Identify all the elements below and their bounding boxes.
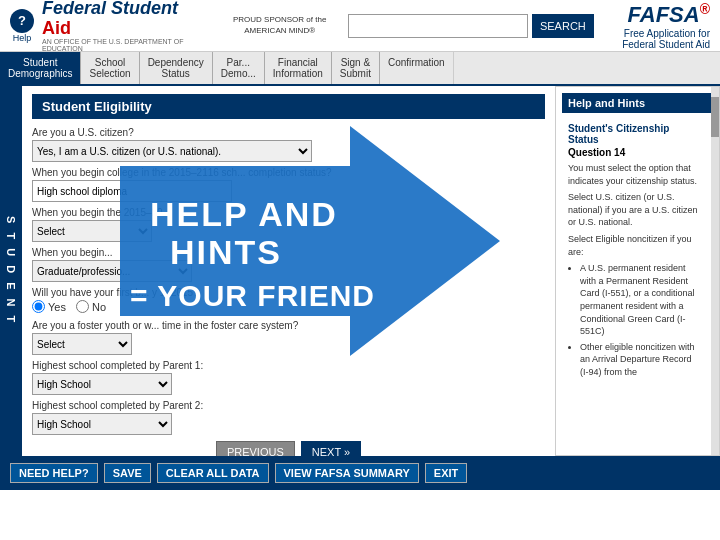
fafsa-subtitle: Free Application for Federal Student Aid xyxy=(600,28,710,50)
q7-label: Highest school completed by Parent 1: xyxy=(32,360,545,371)
q5-no-radio[interactable] xyxy=(76,300,89,313)
clear-all-data-button[interactable]: CLEAR ALL DATA xyxy=(157,463,269,483)
q4-label: When you begin... xyxy=(32,247,545,258)
q6-select[interactable]: Select xyxy=(32,333,132,355)
tab-confirmation[interactable]: Confirmation xyxy=(380,52,454,84)
q8-label: Highest school completed by Parent 2: xyxy=(32,400,545,411)
q5-label: Will you have your first b... y 1, 2015? xyxy=(32,287,545,298)
fafsa-logo: FAFSA® Free Application for Federal Stud… xyxy=(600,1,710,50)
q3-select[interactable]: Select xyxy=(32,220,152,242)
fsa-logo: Federal Student Aid An Office of the U.S… xyxy=(42,0,193,52)
help-question-label: Question 14 xyxy=(568,147,699,158)
tab-parent-demo[interactable]: Par...Demo... xyxy=(213,52,265,84)
nav-tabs: StudentDemographics SchoolSelection Depe… xyxy=(0,52,720,86)
q5-radio-group: Yes No xyxy=(32,300,545,315)
question-3: When you begin the 2015–20... Select xyxy=(32,207,545,242)
need-help-button[interactable]: NEED HELP? xyxy=(10,463,98,483)
save-button[interactable]: SAVE xyxy=(104,463,151,483)
help-instruction1: Select U.S. citizen (or U.S. national) i… xyxy=(568,191,699,229)
search-button[interactable]: SEARCH xyxy=(532,14,594,38)
q1-label: Are you a U.S. citizen? xyxy=(32,127,545,138)
tab-dependency-status[interactable]: DependencyStatus xyxy=(140,52,213,84)
help-label: Help xyxy=(13,33,32,43)
sponsor-text: PROUD SPONSOR of the AMERICAN MIND® xyxy=(211,15,348,36)
form-area: Student Eligibility Are you a U.S. citiz… xyxy=(22,86,555,456)
help-scrollbar-thumb[interactable] xyxy=(711,97,719,137)
q8-select[interactable]: High School xyxy=(32,413,172,435)
prev-button[interactable]: PREVIOUS xyxy=(216,441,295,456)
help-scrollbar[interactable] xyxy=(711,87,719,455)
help-icon-area[interactable]: ? Help xyxy=(10,9,34,43)
question-1: Are you a U.S. citizen? Yes, I am a U.S.… xyxy=(32,127,545,162)
q5-yes-label[interactable]: Yes xyxy=(32,300,66,313)
help-body: You must select the option that indicate… xyxy=(568,162,699,187)
q1-select[interactable]: Yes, I am a U.S. citizen (or U.S. nation… xyxy=(32,140,312,162)
tab-school-selection[interactable]: SchoolSelection xyxy=(81,52,139,84)
form-title: Student Eligibility xyxy=(32,94,545,119)
logo-subtitle: An Office of the U.S. Department of Educ… xyxy=(42,38,193,52)
search-input[interactable] xyxy=(348,14,528,38)
tab-sign-submit[interactable]: Sign &Submit xyxy=(332,52,380,84)
tab-student-demographics[interactable]: StudentDemographics xyxy=(0,52,81,84)
search-area: SEARCH xyxy=(348,14,594,38)
question-2: When you begin college in the 2015–2116 … xyxy=(32,167,545,202)
question-6: Are you a foster youth or w... time in t… xyxy=(32,320,545,355)
page-header: ? Help Federal Student Aid An Office of … xyxy=(0,0,720,52)
footer: NEED HELP? SAVE CLEAR ALL DATA VIEW FAFS… xyxy=(0,456,720,490)
exit-button[interactable]: EXIT xyxy=(425,463,467,483)
q6-label: Are you a foster youth or w... time in t… xyxy=(32,320,545,331)
help-panel-title: Help and Hints xyxy=(562,93,713,113)
question-4: When you begin... Graduate/professio... xyxy=(32,247,545,282)
q5-yes-radio[interactable] xyxy=(32,300,45,313)
question-8: Highest school completed by Parent 2: Hi… xyxy=(32,400,545,435)
student-sidebar: S T U D E N T xyxy=(0,86,22,456)
pagination: PREVIOUS NEXT » xyxy=(32,441,545,456)
q3-label: When you begin the 2015–20... xyxy=(32,207,545,218)
question-7: Highest school completed by Parent 1: Hi… xyxy=(32,360,545,395)
help-bullet-1: A U.S. permanent resident with a Permane… xyxy=(580,262,699,338)
help-circle-icon: ? xyxy=(10,9,34,33)
q5-no-label[interactable]: No xyxy=(76,300,106,313)
q7-select[interactable]: High School xyxy=(32,373,172,395)
q4-select[interactable]: Graduate/professio... xyxy=(32,260,192,282)
help-panel: Help and Hints Student's Citizenship Sta… xyxy=(555,86,720,456)
help-instruction2: Select Eligible noncitizen if you are: xyxy=(568,233,699,258)
view-fafsa-summary-button[interactable]: VIEW FAFSA SUMMARY xyxy=(275,463,419,483)
question-5: Will you have your first b... y 1, 2015?… xyxy=(32,287,545,315)
q2-input[interactable] xyxy=(32,180,232,202)
help-section-heading: Student's Citizenship Status xyxy=(568,123,699,145)
help-bullets: A U.S. permanent resident with a Permane… xyxy=(568,262,699,378)
q2-label: When you begin college in the 2015–2116 … xyxy=(32,167,545,178)
tab-financial-info[interactable]: FinancialInformation xyxy=(265,52,332,84)
help-bullet-2: Other eligible noncitizen with an Arriva… xyxy=(580,341,699,379)
next-button[interactable]: NEXT » xyxy=(301,441,361,456)
main-content: S T U D E N T Student Eligibility Are yo… xyxy=(0,86,720,456)
